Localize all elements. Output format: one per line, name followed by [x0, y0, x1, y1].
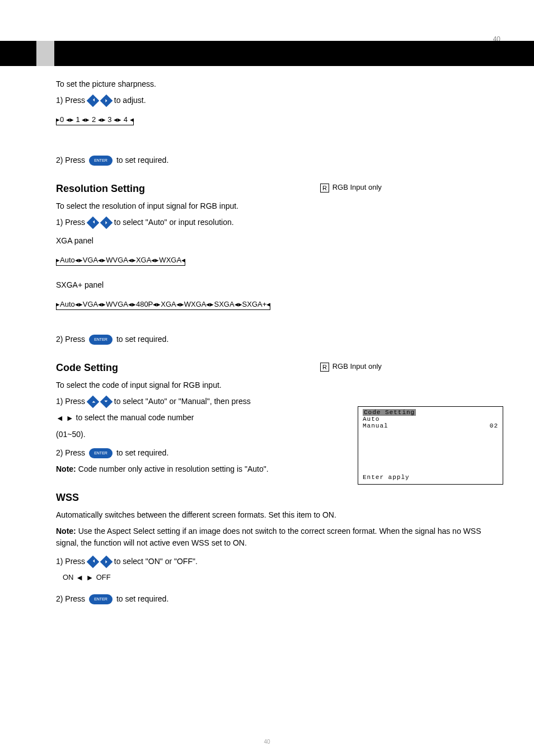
rgb-input-badge: R RGB Input only: [319, 362, 382, 372]
header-black-bar: [0, 41, 534, 66]
step-label: 1) Press: [56, 218, 85, 227]
step-label: 2) Press: [56, 335, 85, 344]
rgb-text: RGB Input only: [332, 183, 382, 191]
sharpness-flow-diagram: ▸0 ◂▸ 1 ◂▸ 2 ◂▸ 3 ◂▸ 4 ◂: [56, 115, 134, 125]
step-text: to select "Auto" or input resolution.: [114, 218, 234, 227]
code-title-text: Code Setting: [56, 362, 118, 373]
note-label: Note:: [56, 527, 76, 536]
code-intro: To select the code of input signal for R…: [56, 379, 500, 391]
sharpness-step2: 2) Press to set required.: [56, 154, 500, 166]
sxga-flow-diagram: ▸Auto◂▸VGA◂▸WVGA◂▸480P◂▸XGA◂▸WXGA◂▸SXGA◂…: [56, 300, 270, 310]
enter-button-icon: [89, 156, 113, 166]
onoff-flow-diagram: ON ◄ ► OFF: [63, 572, 500, 582]
osd-footer: Enter apply: [363, 474, 410, 481]
right-arrow-icon: [100, 556, 113, 569]
left-black-arrow-icon: ◄: [76, 573, 83, 582]
step-label: 2) Press: [56, 594, 85, 603]
resolution-step1: 1) Press to select "Auto" or input resol…: [56, 217, 500, 228]
note-text: Code number only active in resolution se…: [78, 464, 269, 473]
down-arrow-icon: [100, 396, 113, 408]
osd-manual-label: Manual: [363, 422, 388, 429]
code-section-title: Code Setting R RGB Input only: [56, 362, 500, 374]
code-step1: 1) Press to select "Auto" or "Manual", t…: [56, 396, 500, 407]
rgb-input-badge: R RGB Input only: [319, 183, 382, 192]
note-label: Note:: [56, 464, 76, 473]
page-number-bottom: 40: [264, 739, 270, 745]
step-label: 2) Press: [56, 156, 85, 165]
note-text: Use the Aspect Select setting if an imag…: [56, 527, 481, 547]
osd-manual-value: 02: [490, 422, 498, 429]
r-icon: R: [320, 363, 329, 372]
left-arrow-icon: [87, 217, 100, 229]
step-text: to select the manual code number: [76, 413, 194, 422]
resolution-step2: 2) Press to set required.: [56, 334, 500, 345]
osd-row-auto: Auto: [363, 416, 498, 422]
step-text: to set required.: [116, 335, 168, 344]
right-arrow-icon: [100, 217, 113, 229]
right-black-arrow-icon: ►: [66, 414, 74, 422]
resolution-section-title: Resolution Setting R RGB Input only: [56, 183, 500, 195]
resolution-title-text: Resolution Setting: [56, 183, 145, 194]
header-gray-tab: [36, 41, 54, 66]
wss-note: Note: Use the Aspect Select setting if a…: [56, 525, 500, 549]
sxga-panel-label: SXGA+ panel: [56, 279, 500, 291]
osd-row-manual: Manual 02: [363, 422, 498, 429]
step-label: 2) Press: [56, 448, 85, 457]
right-black-arrow-icon: ►: [86, 573, 93, 582]
left-arrow-icon: [87, 95, 100, 107]
wss-step2: 2) Press to set required.: [56, 593, 500, 605]
up-arrow-icon: [87, 396, 100, 408]
wss-step1: 1) Press to select "ON" or "OFF".: [56, 556, 500, 567]
step-text: to set required.: [116, 156, 168, 165]
sharpness-step1: 1) Press to adjust.: [56, 95, 500, 106]
wss-section-title: WSS: [56, 492, 500, 504]
step-text: to adjust.: [114, 96, 146, 105]
step-text: to set required.: [116, 594, 168, 603]
enter-button-icon: [89, 448, 113, 458]
rgb-text: RGB Input only: [332, 362, 382, 370]
step-label: 1) Press: [56, 397, 85, 406]
osd-title: Code Setting: [363, 409, 416, 416]
wss-intro: Automatically switches between the diffe…: [56, 509, 500, 521]
step-label: 1) Press: [56, 96, 85, 105]
step-text: to set required.: [116, 448, 168, 457]
osd-code-setting-panel: Code Setting Auto Manual 02 Enter apply: [358, 406, 503, 485]
left-black-arrow-icon: ◄: [56, 414, 64, 422]
right-arrow-icon: [100, 95, 113, 107]
sharpness-intro: To set the picture sharpness.: [56, 78, 500, 90]
step-text: to select "Auto" or "Manual", then press: [114, 397, 251, 406]
resolution-intro: To select the resolution of input signal…: [56, 200, 500, 212]
step-label: 1) Press: [56, 557, 85, 566]
enter-button-icon: [89, 335, 113, 345]
left-arrow-icon: [87, 556, 100, 569]
xga-panel-label: XGA panel: [56, 235, 500, 247]
r-icon: R: [320, 184, 329, 192]
main-content: To set the picture sharpness. 1) Press t…: [56, 78, 500, 609]
step-text: to select "ON" or "OFF".: [114, 557, 198, 566]
xga-flow-diagram: ▸Auto◂▸VGA◂▸WVGA◂▸XGA◂▸WXGA◂: [56, 256, 185, 266]
enter-button-icon: [89, 594, 113, 604]
